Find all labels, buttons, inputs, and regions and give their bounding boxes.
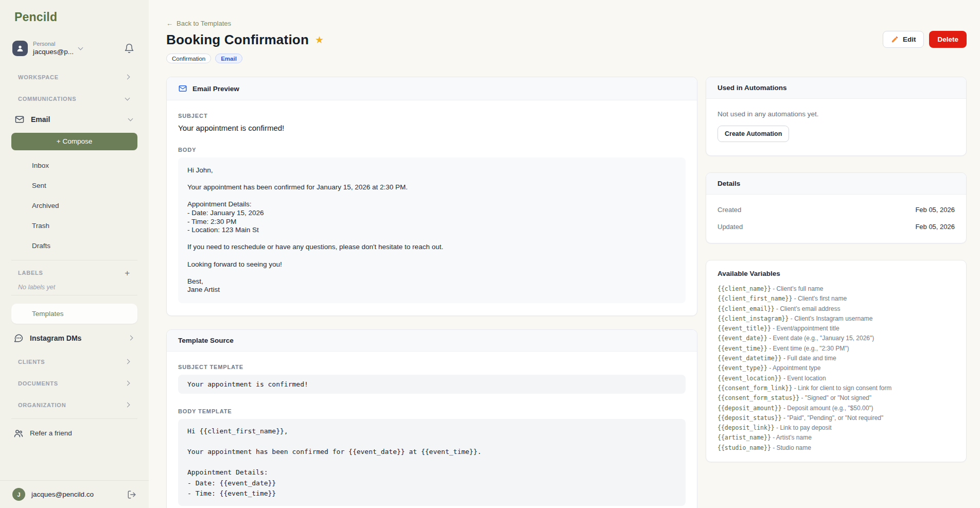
mail-icon [14,114,25,125]
sidebar-folder-drafts[interactable]: Drafts [0,236,149,256]
variable-description: - "Signed" or "Not signed" [799,394,871,401]
variable-item: {{client_email}} - Client's email addres… [717,304,955,313]
variable-description: - Client's first name [792,295,847,302]
variable-item: {{deposit_link}} - Link to pay deposit [717,423,955,432]
variable-description: - Full date and time [782,355,836,362]
subject-template-value: Your appointment is confirmed! [178,375,686,394]
subject-label: SUBJECT [178,113,686,119]
variable-description: - Studio name [771,444,811,451]
sidebar-folder-sent[interactable]: Sent [0,176,149,196]
body-template-label: BODY TEMPLATE [178,408,686,414]
edit-button[interactable]: Edit [883,31,924,48]
arrow-left-icon: ← [166,20,173,27]
details-header: Details [706,173,966,195]
sidebar-section-workspace[interactable]: WORKSPACE [18,74,129,80]
sidebar-folder-trash[interactable]: Trash [0,216,149,236]
divider [11,418,137,419]
template-source-card: Template Source SUBJECT TEMPLATE Your ap… [166,329,697,508]
sidebar-item-templates[interactable]: Templates [11,304,137,324]
logout-icon[interactable] [127,490,136,499]
variable-name: {{event_datetime}} [717,355,782,362]
badge-row: ConfirmationEmail [166,54,324,63]
detail-row-created: CreatedFeb 05, 2026 [717,206,955,214]
add-label-button[interactable]: + [125,269,130,277]
page-title: Booking Confirmation [166,32,309,48]
variable-item: {{consent_form_status}} - "Signed" or "N… [717,393,955,402]
page-header: ← Back to Templates Booking Confirmation… [166,19,967,63]
sidebar-section-organization[interactable]: ORGANIZATION [18,402,129,408]
subject-template-label: SUBJECT TEMPLATE [178,364,686,370]
main-content: ← Back to Templates Booking Confirmation… [149,0,980,508]
delete-button[interactable]: Delete [929,31,967,48]
sidebar-folder-inbox[interactable]: Inbox [0,155,149,176]
available-variables-card: Available Variables {{client_name}} - Cl… [706,260,967,462]
email-folder-list: InboxSentArchivedTrashDrafts [0,155,149,256]
user-icon [16,44,24,52]
user-footer: J jacques@pencild.co [0,480,149,508]
back-to-templates-link[interactable]: ← Back to Templates [166,20,231,27]
details-card: Details CreatedFeb 05, 2026UpdatedFeb 05… [706,172,967,243]
variable-description: - "Paid", "Pending", or "Not required" [782,414,884,422]
variable-item: {{client_first_name}} - Client's first n… [717,293,955,303]
sidebar-item-instagram-dms[interactable]: Instagram DMs [13,333,132,343]
chevron-right-icon [128,336,133,341]
email-preview-card: Email Preview SUBJECT Your appointment i… [166,77,697,316]
sidebar-section-documents[interactable]: DOCUMENTS [18,380,129,387]
create-automation-button[interactable]: Create Automation [717,126,789,142]
account-switcher[interactable]: Personal jacques@p... [12,41,136,57]
chevron-right-icon [125,75,130,80]
bell-icon[interactable] [124,43,134,54]
variable-item: {{artist_name}} - Artist's name [717,432,955,442]
mail-icon [178,84,187,93]
detail-row-updated: UpdatedFeb 05, 2026 [717,223,955,231]
variables-title: Available Variables [717,270,955,277]
variable-name: {{consent_form_status}} [717,394,799,401]
variable-item: {{consent_form_link}} - Link for client … [717,383,955,393]
variable-description: - Link for client to sign consent form [792,384,891,392]
variable-item: {{client_name}} - Client's full name [717,284,955,293]
body-label: BODY [178,147,686,153]
variable-name: {{client_first_name}} [717,295,792,302]
sidebar-item-email[interactable]: Email [14,114,132,125]
automations-header: Used in Automations [706,77,966,99]
variable-description: - Event time (e.g., "2:30 PM") [767,345,849,352]
variable-name: {{client_instagram}} [717,315,789,322]
detail-label: Created [717,206,741,214]
variables-list: {{client_name}} - Client's full name{{cl… [717,284,955,452]
compose-button[interactable]: + Compose [11,133,137,150]
variable-description: - Deposit amount (e.g., "$50.00") [782,405,873,412]
chevron-down-icon [128,116,133,121]
used-in-automations-card: Used in Automations Not used in any auto… [706,77,967,156]
sidebar-section-clients[interactable]: CLIENTS [18,359,129,365]
variable-name: {{artist_name}} [717,434,771,441]
app-logo: Pencild [14,10,149,24]
variable-item: {{deposit_amount}} - Deposit amount (e.g… [717,403,955,413]
variable-name: {{event_time}} [717,345,767,352]
variable-description: - Event location [782,375,826,382]
chevron-down-icon [125,95,130,100]
variable-name: {{consent_form_link}} [717,384,792,392]
chevron-right-icon [125,381,130,386]
pencil-icon [891,36,899,43]
variable-item: {{event_time}} - Event time (e.g., "2:30… [717,343,955,353]
variable-name: {{client_name}} [717,285,771,292]
detail-value: Feb 05, 2026 [915,206,955,214]
favorite-star-icon[interactable]: ★ [315,34,324,46]
variable-description: - Link to pay deposit [775,424,832,431]
variable-item: {{event_datetime}} - Full date and time [717,353,955,363]
sidebar-folder-archived[interactable]: Archived [0,196,149,216]
people-icon [13,428,24,439]
variable-description: - Client's email address [775,305,841,312]
badge-confirmation: Confirmation [166,54,211,63]
sidebar-section-communications[interactable]: COMMUNICATIONS [18,96,129,102]
variable-description: - Client's full name [771,285,824,292]
variable-description: - Event/appointment title [771,325,839,332]
refer-a-friend-button[interactable]: Refer a friend [13,428,132,439]
automations-empty-state: Not used in any automations yet. [717,110,955,118]
sidebar: Pencild Personal jacques@p... WORKSPACE … [0,0,149,508]
chevron-down-icon [78,45,83,50]
variable-name: {{event_title}} [717,325,771,332]
variable-item: {{deposit_status}} - "Paid", "Pending", … [717,413,955,423]
chevron-right-icon [125,402,130,408]
variable-description: - Artist's name [771,434,812,441]
